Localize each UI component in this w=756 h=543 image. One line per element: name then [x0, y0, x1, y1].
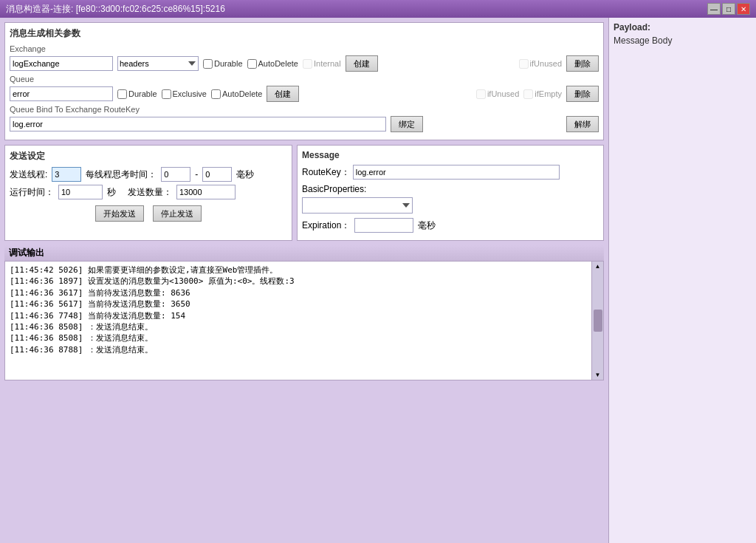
- scrollbar[interactable]: ▲ ▼: [591, 262, 603, 380]
- start-send-button[interactable]: 开始发送: [95, 205, 144, 222]
- payload-panel: Payload: Message Body: [608, 18, 756, 543]
- basicprops-label: BasicProperties:: [302, 184, 366, 194]
- think-unit: 毫秒: [236, 168, 254, 181]
- send-count-input[interactable]: [176, 185, 236, 199]
- expiration-unit: 毫秒: [418, 219, 436, 232]
- routekey-label: RouteKey：: [302, 166, 350, 179]
- threads-label: 发送线程:: [10, 168, 47, 181]
- send-settings-section: 发送设定 发送线程: 每线程思考时间： - 毫秒 运行时间： 秒 发送数量：: [4, 145, 292, 241]
- queue-ifunused-checkbox[interactable]: [476, 89, 486, 99]
- think-label: 每线程思考时间：: [86, 168, 157, 181]
- think-to-input[interactable]: [202, 167, 232, 182]
- queue-ifempty-checkbox[interactable]: [523, 89, 533, 99]
- runtime-unit: 秒: [107, 186, 116, 199]
- queue-durable-label[interactable]: Durable: [117, 89, 157, 99]
- scroll-up-button[interactable]: ▲: [595, 263, 601, 270]
- think-from-input[interactable]: [161, 167, 190, 182]
- unbind-button[interactable]: 解绑: [566, 116, 599, 132]
- bind-label: Queue Bind To Exchange RouteKey: [10, 105, 599, 114]
- think-dash: -: [195, 169, 198, 180]
- queue-ifunused-label[interactable]: ifUnused: [476, 89, 519, 99]
- exchange-type-select[interactable]: headers direct fanout topic: [117, 56, 199, 71]
- exchange-ifunused-checkbox[interactable]: [519, 59, 529, 69]
- send-message-area: 发送设定 发送线程: 每线程思考时间： - 毫秒 运行时间： 秒 发送数量：: [4, 145, 604, 241]
- exchange-label: Exchange: [10, 44, 599, 53]
- threads-row: 发送线程: 每线程思考时间： - 毫秒: [10, 167, 287, 182]
- exchange-name-input[interactable]: [10, 56, 113, 71]
- bind-button[interactable]: 绑定: [391, 116, 423, 132]
- runtime-row: 运行时间： 秒 发送数量：: [10, 185, 287, 199]
- window-controls[interactable]: — □ ✕: [707, 3, 750, 15]
- maximize-button[interactable]: □: [722, 3, 735, 15]
- main-content: 消息生成相关参数 Exchange headers direct fanout …: [0, 18, 756, 543]
- exchange-autodelete-checkbox[interactable]: [247, 59, 257, 69]
- window-title: 消息构造器-连接: [fe80::3d00:fc02:6c25:ce86%15]…: [6, 3, 225, 16]
- queue-exclusive-checkbox[interactable]: [162, 89, 171, 99]
- routekey-input[interactable]: [10, 117, 386, 132]
- form-area: 消息生成相关参数 Exchange headers direct fanout …: [0, 18, 608, 543]
- params-title: 消息生成相关参数: [10, 27, 599, 40]
- send-buttons-row: 开始发送 停止发送: [10, 205, 287, 222]
- debug-container: [11:45:42 5026] 如果需要更详细的参数设定,请直接至Web管理插件…: [4, 262, 604, 380]
- send-count-label: 发送数量：: [128, 186, 172, 199]
- queue-name-input[interactable]: [10, 86, 113, 101]
- queue-delete-button[interactable]: 删除: [566, 86, 599, 102]
- message-body-label: Message Body: [614, 35, 752, 46]
- stop-send-button[interactable]: 停止发送: [153, 205, 202, 222]
- queue-ifempty-label[interactable]: ifEmpty: [523, 89, 562, 99]
- exchange-create-button[interactable]: 创建: [346, 55, 378, 72]
- basicprops-row: BasicProperties:: [302, 184, 599, 194]
- expiration-input[interactable]: [354, 218, 413, 233]
- message-title: Message: [302, 150, 599, 160]
- threads-input[interactable]: [52, 167, 81, 182]
- message-routekey-input[interactable]: [353, 165, 560, 180]
- debug-title: 调试输出: [4, 245, 604, 262]
- basicprops-select[interactable]: [302, 197, 413, 214]
- queue-exclusive-label[interactable]: Exclusive: [162, 89, 207, 99]
- titlebar: 消息构造器-连接: [fe80::3d00:fc02:6c25:ce86%15]…: [0, 0, 756, 18]
- runtime-label: 运行时间：: [10, 186, 54, 199]
- expiration-label: Expiration：: [302, 219, 350, 232]
- exchange-autodelete-label[interactable]: AutoDelete: [247, 59, 298, 69]
- message-routekey-row: RouteKey：: [302, 165, 599, 180]
- bind-row: 绑定 解绑: [10, 116, 599, 132]
- exchange-internal-label[interactable]: Internal: [303, 59, 341, 69]
- debug-output[interactable]: [11:45:42 5026] 如果需要更详细的参数设定,请直接至Web管理插件…: [5, 262, 603, 380]
- exchange-durable-label[interactable]: Durable: [203, 59, 243, 69]
- exchange-internal-checkbox[interactable]: [303, 59, 312, 69]
- basicprops-select-row: [302, 197, 599, 214]
- send-settings-title: 发送设定: [10, 150, 287, 163]
- exchange-delete-button[interactable]: 删除: [566, 55, 599, 72]
- message-section: Message RouteKey： BasicProperties: Expir…: [297, 145, 604, 241]
- params-section: 消息生成相关参数 Exchange headers direct fanout …: [4, 22, 604, 140]
- expiration-row: Expiration： 毫秒: [302, 218, 599, 233]
- queue-durable-checkbox[interactable]: [117, 89, 127, 99]
- queue-autodelete-label[interactable]: AutoDelete: [211, 89, 262, 99]
- exchange-row: headers direct fanout topic Durable Auto…: [10, 55, 599, 72]
- exchange-durable-checkbox[interactable]: [203, 59, 213, 69]
- minimize-button[interactable]: —: [707, 3, 721, 15]
- queue-row: Durable Exclusive AutoDelete 创建 ifUnused: [10, 86, 599, 102]
- close-button[interactable]: ✕: [737, 3, 750, 15]
- exchange-ifunused-label[interactable]: ifUnused: [519, 59, 562, 69]
- queue-autodelete-checkbox[interactable]: [211, 89, 221, 99]
- payload-title: Payload:: [614, 22, 752, 33]
- scroll-down-button[interactable]: ▼: [595, 372, 601, 378]
- scroll-thumb[interactable]: [594, 310, 602, 332]
- queue-create-button[interactable]: 创建: [267, 86, 299, 102]
- queue-label: Queue: [10, 75, 599, 83]
- runtime-input[interactable]: [58, 185, 103, 199]
- debug-section: 调试输出 [11:45:42 5026] 如果需要更详细的参数设定,请直接至We…: [4, 245, 604, 380]
